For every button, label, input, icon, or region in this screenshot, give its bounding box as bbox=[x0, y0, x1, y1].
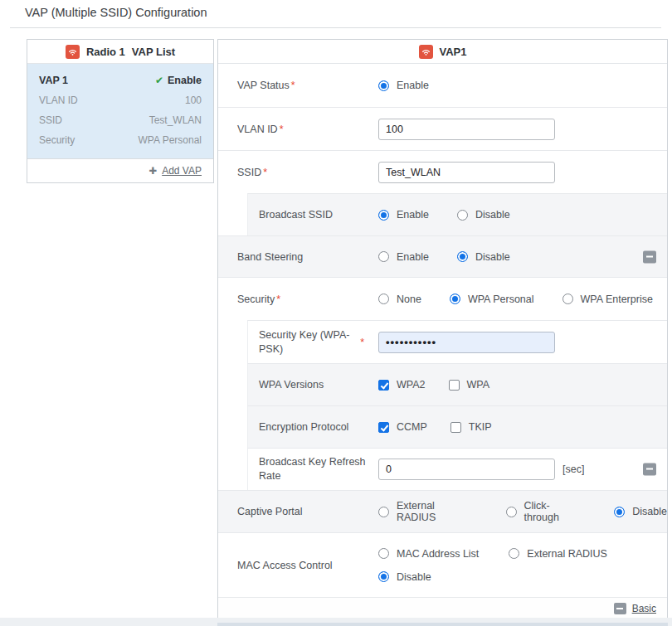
radio-unselected-icon[interactable] bbox=[378, 548, 389, 559]
mac-access-control-label: MAC Access Control bbox=[237, 560, 333, 571]
band-steering-disable-radio[interactable]: Disable bbox=[457, 251, 510, 263]
row-mac-access-control: MAC Access Control MAC Address List Exte… bbox=[218, 532, 667, 597]
radio-selected-icon[interactable] bbox=[614, 507, 625, 517]
security-key-input[interactable] bbox=[378, 332, 555, 353]
radio-selected-icon[interactable] bbox=[378, 571, 389, 582]
vap-status-text: Enable bbox=[168, 75, 202, 86]
captive-portal-external-radius-radio[interactable]: External RADIUS bbox=[378, 500, 476, 523]
wifi-icon bbox=[419, 45, 433, 59]
radio-option-label: External RADIUS bbox=[397, 500, 476, 523]
row-ssid: SSID* bbox=[218, 150, 667, 193]
prop-label: SSID bbox=[39, 114, 62, 126]
security-label: Security bbox=[237, 294, 275, 305]
vlan-id-input[interactable] bbox=[378, 119, 555, 140]
radio-unselected-icon[interactable] bbox=[506, 507, 517, 517]
required-asterisk: * bbox=[280, 124, 284, 135]
radio-unselected-icon[interactable] bbox=[457, 210, 468, 221]
vap-prop-vlan: VLAN ID 100 bbox=[39, 95, 202, 106]
wpa2-checkbox[interactable]: WPA2 bbox=[378, 379, 426, 391]
mac-disable-radio[interactable]: Disable bbox=[378, 571, 431, 583]
vap-status-badge: ✔ Enable bbox=[155, 75, 202, 86]
row-vlan-id: VLAN ID* bbox=[218, 107, 667, 150]
row-encryption-protocol: Encryption Protocol CCMP TKIP bbox=[218, 405, 667, 448]
checkbox-option-label: TKIP bbox=[469, 421, 492, 433]
radio-selected-icon[interactable] bbox=[378, 210, 389, 221]
wpa-versions-label: WPA Versions bbox=[259, 379, 324, 391]
mac-address-list-radio[interactable]: MAC Address List bbox=[378, 548, 479, 560]
checkbox-checked-icon[interactable] bbox=[378, 422, 389, 433]
vap-status-enable-radio[interactable]: Enable bbox=[378, 80, 429, 91]
required-asterisk: * bbox=[360, 337, 364, 348]
title-divider bbox=[10, 27, 661, 28]
collapse-advanced-button[interactable] bbox=[614, 603, 626, 614]
radio-option-label: Click-through bbox=[524, 500, 585, 523]
broadcast-ssid-label: Broadcast SSID bbox=[259, 209, 333, 221]
vap-form-title: VAP1 bbox=[440, 46, 467, 58]
row-band-steering: Band Steering Enable Disable bbox=[218, 235, 667, 277]
radio-unselected-icon[interactable] bbox=[509, 548, 519, 559]
radio-option-label: MAC Address List bbox=[397, 548, 479, 560]
prop-label: Security bbox=[39, 134, 75, 146]
vap-name: VAP 1 bbox=[39, 75, 68, 86]
check-icon: ✔ bbox=[155, 75, 163, 86]
vap-list-item-vap1[interactable]: VAP 1 ✔ Enable VLAN ID 100 SSID Test_WLA… bbox=[27, 64, 213, 158]
radio-selected-icon[interactable] bbox=[450, 294, 460, 304]
row-broadcast-ssid: Broadcast SSID Enable Disable bbox=[218, 193, 667, 235]
indent-strip bbox=[218, 363, 247, 405]
row-security: Security* None WPA Personal WPA Enterpri… bbox=[218, 277, 667, 320]
required-asterisk: * bbox=[276, 294, 280, 305]
radio-option-label: Enable bbox=[397, 80, 429, 91]
security-wpa-personal-radio[interactable]: WPA Personal bbox=[450, 294, 534, 305]
basic-view-link[interactable]: Basic bbox=[632, 603, 656, 614]
band-steering-enable-radio[interactable]: Enable bbox=[378, 251, 429, 263]
ssid-label: SSID bbox=[237, 167, 261, 178]
captive-portal-label: Captive Portal bbox=[237, 506, 303, 517]
radio-unselected-icon[interactable] bbox=[378, 251, 389, 262]
collapse-band-steering-button[interactable] bbox=[643, 250, 656, 263]
prop-label: VLAN ID bbox=[39, 95, 78, 106]
vap-list-panel: Radio 1 VAP List VAP 1 ✔ Enable VLAN ID … bbox=[27, 39, 214, 183]
security-wpa-enterprise-radio[interactable]: WPA Enterprise bbox=[562, 294, 653, 305]
vap-list-title: VAP List bbox=[132, 46, 175, 58]
prop-value: Test_WLAN bbox=[149, 114, 202, 126]
radio-option-label: Disable bbox=[397, 571, 431, 583]
security-none-radio[interactable]: None bbox=[378, 294, 421, 305]
plus-icon: ✚ bbox=[149, 165, 158, 177]
broadcast-ssid-enable-radio[interactable]: Enable bbox=[378, 209, 429, 221]
indent-strip bbox=[218, 320, 247, 363]
collapse-security-section-button[interactable] bbox=[643, 463, 656, 475]
prop-value: WPA Personal bbox=[139, 134, 202, 146]
captive-portal-click-through-radio[interactable]: Click-through bbox=[506, 500, 585, 523]
page-title: VAP (Multiple SSID) Configuration bbox=[25, 6, 207, 19]
vap-form-panel: VAP1 VAP Status* Enable VLAN ID* SSID* B… bbox=[217, 39, 668, 618]
radio-selected-icon[interactable] bbox=[457, 251, 468, 262]
checkbox-option-label: WPA2 bbox=[397, 379, 426, 391]
checkbox-unchecked-icon[interactable] bbox=[449, 380, 460, 391]
checkbox-unchecked-icon[interactable] bbox=[450, 422, 461, 433]
add-vap-link[interactable]: Add VAP bbox=[162, 165, 202, 177]
broadcast-ssid-disable-radio[interactable]: Disable bbox=[457, 209, 510, 221]
checkbox-checked-icon[interactable] bbox=[378, 380, 389, 391]
tkip-checkbox[interactable]: TKIP bbox=[450, 421, 492, 433]
indent-strip bbox=[218, 193, 247, 235]
mac-external-radius-radio[interactable]: External RADIUS bbox=[509, 548, 607, 560]
wifi-icon bbox=[66, 45, 80, 59]
band-steering-label: Band Steering bbox=[237, 251, 303, 263]
radio-unselected-icon[interactable] bbox=[378, 294, 389, 304]
row-captive-portal: Captive Portal External RADIUS Click-thr… bbox=[218, 490, 667, 532]
radio-option-label: Disable bbox=[632, 506, 667, 517]
ccmp-checkbox[interactable]: CCMP bbox=[378, 421, 427, 433]
radio-unselected-icon[interactable] bbox=[562, 294, 573, 304]
seconds-unit-label: [sec] bbox=[562, 463, 584, 475]
ssid-input[interactable] bbox=[378, 162, 555, 183]
captive-portal-disable-radio[interactable]: Disable bbox=[614, 506, 667, 517]
broadcast-key-refresh-input[interactable] bbox=[378, 459, 555, 480]
required-asterisk: * bbox=[291, 80, 295, 91]
row-security-key: Security Key (WPA-PSK) * bbox=[218, 320, 667, 363]
radio-unselected-icon[interactable] bbox=[378, 507, 389, 517]
checkbox-option-label: WPA bbox=[467, 379, 490, 391]
broadcast-key-refresh-label: Broadcast Key Refresh Rate bbox=[259, 455, 373, 483]
radio-option-label: Disable bbox=[475, 209, 510, 221]
radio-selected-icon[interactable] bbox=[378, 80, 389, 91]
wpa-checkbox[interactable]: WPA bbox=[449, 379, 490, 391]
